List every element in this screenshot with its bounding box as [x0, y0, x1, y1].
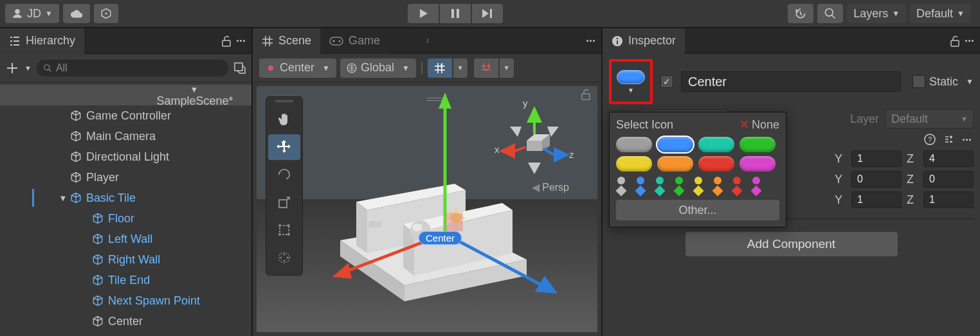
icon-dot[interactable]: [675, 177, 683, 184]
icon-none-button[interactable]: ✕None: [740, 118, 779, 132]
static-checkbox[interactable]: [912, 75, 925, 88]
scene-view[interactable]: Center: [257, 86, 597, 332]
layout-dropdown[interactable]: Default ▼: [910, 4, 971, 23]
lock-overlay-icon[interactable]: [581, 89, 591, 100]
object-label-pill[interactable]: Center: [419, 231, 462, 245]
icon-dot[interactable]: [714, 177, 721, 184]
icon-diamond[interactable]: [674, 186, 685, 197]
hierarchy-item-label: Player: [86, 171, 119, 184]
icon-diamond[interactable]: [655, 186, 666, 197]
search-button[interactable]: [817, 4, 843, 23]
hierarchy-search[interactable]: All: [37, 60, 228, 76]
icon-dot[interactable]: [617, 177, 625, 184]
icon-pill[interactable]: [740, 156, 776, 172]
palette-grip[interactable]: [266, 97, 302, 105]
help-icon[interactable]: ?: [924, 134, 936, 145]
icon-dot[interactable]: [656, 177, 664, 184]
move-tool[interactable]: [268, 134, 300, 160]
icon-dot[interactable]: [733, 177, 741, 184]
panel-menu[interactable]: [586, 40, 595, 42]
icon-diamond[interactable]: [712, 186, 723, 197]
scene-row[interactable]: ▼ SampleScene*: [0, 85, 251, 105]
rotate-tool[interactable]: [268, 162, 300, 188]
svg-point-64: [278, 233, 281, 236]
hierarchy-item[interactable]: Game Controller: [0, 105, 251, 126]
orientation-gizmo[interactable]: y x z: [489, 98, 579, 188]
icon-diamond[interactable]: [732, 186, 743, 197]
foldout-icon[interactable]: ▼: [58, 193, 68, 203]
hierarchy-item[interactable]: ▼Basic Tile: [0, 188, 251, 208]
transform-tool[interactable]: [268, 245, 300, 270]
icon-pill[interactable]: [698, 137, 734, 152]
component-menu[interactable]: [963, 134, 971, 145]
hierarchy-item[interactable]: Tile End: [0, 270, 251, 290]
hierarchy-item[interactable]: Next Spawn Point: [0, 290, 251, 311]
icon-pill[interactable]: [740, 137, 776, 152]
lock-icon[interactable]: [221, 35, 231, 47]
icon-pill[interactable]: [616, 137, 652, 152]
cube-icon: [91, 212, 104, 225]
lock-icon[interactable]: [950, 35, 960, 47]
scale-z[interactable]: 1: [923, 191, 974, 208]
panel-menu[interactable]: [237, 40, 245, 42]
icon-other-button[interactable]: Other...: [616, 200, 779, 220]
game-tab[interactable]: Game: [320, 28, 389, 54]
layer-dropdown[interactable]: Default ▼: [885, 109, 974, 128]
hierarchy-item[interactable]: Main Camera: [0, 126, 251, 146]
icon-pill[interactable]: [616, 156, 652, 172]
icon-dot[interactable]: [752, 177, 760, 184]
hierarchy-item[interactable]: Center: [0, 311, 251, 332]
hierarchy-item[interactable]: Directional Light: [0, 146, 251, 167]
coords-dropdown[interactable]: Global ▼: [340, 58, 416, 78]
pause-button[interactable]: [440, 4, 471, 23]
snap-button[interactable]: [474, 58, 498, 78]
chevron-down-icon[interactable]: ▼: [966, 77, 974, 86]
layers-dropdown[interactable]: Layers ▼: [847, 4, 906, 23]
hierarchy-tab[interactable]: Hierarchy: [0, 28, 84, 54]
hand-tool[interactable]: [268, 107, 300, 132]
history-button[interactable]: [788, 4, 813, 23]
icon-dot[interactable]: [637, 177, 644, 184]
rotation-z[interactable]: 0: [923, 171, 974, 188]
grid-button[interactable]: y: [428, 58, 452, 78]
create-button[interactable]: [5, 61, 19, 75]
hierarchy-item[interactable]: Floor: [0, 208, 251, 229]
active-checkbox[interactable]: [660, 75, 673, 88]
hierarchy-item[interactable]: Left Wall: [0, 229, 251, 249]
icon-diamond[interactable]: [751, 186, 762, 197]
play-button[interactable]: [408, 4, 439, 23]
scene-visibility-button[interactable]: [233, 62, 246, 75]
icon-pill[interactable]: [698, 156, 734, 172]
panel-menu[interactable]: [965, 40, 974, 42]
cloud-button[interactable]: [63, 4, 90, 23]
add-component-button[interactable]: Add Component: [685, 232, 898, 256]
persp-label[interactable]: ◀Persp: [532, 181, 569, 193]
rect-tool[interactable]: [268, 217, 300, 243]
hierarchy-item[interactable]: Player: [0, 167, 251, 188]
icon-diamond[interactable]: [616, 186, 627, 197]
icon-dot[interactable]: [694, 177, 702, 184]
foldout-icon[interactable]: ▼: [189, 85, 199, 94]
account-button[interactable]: JD ▼: [5, 4, 59, 23]
icon-pill[interactable]: [657, 137, 693, 152]
package-button[interactable]: [94, 4, 118, 23]
grid-icon: [262, 35, 273, 47]
position-z[interactable]: 4: [923, 150, 974, 167]
snap-dropdown[interactable]: ▼: [500, 58, 514, 78]
icon-pill[interactable]: [657, 156, 693, 172]
inspector-tab[interactable]: Inspector: [603, 28, 685, 54]
scale-tool[interactable]: [268, 190, 300, 215]
pivot-dropdown[interactable]: Center ▼: [259, 58, 336, 78]
grid-dropdown[interactable]: ▼: [453, 58, 467, 78]
object-name-input[interactable]: Center: [681, 71, 901, 92]
position-y[interactable]: 1: [851, 150, 902, 167]
hierarchy-item[interactable]: Right Wall: [0, 249, 251, 270]
icon-diamond[interactable]: [635, 186, 646, 197]
object-icon-button[interactable]: ▼: [609, 59, 653, 104]
icon-diamond[interactable]: [693, 186, 704, 197]
scene-tab[interactable]: Scene: [253, 28, 320, 54]
scale-y[interactable]: 1: [851, 191, 902, 208]
step-button[interactable]: [472, 4, 503, 23]
rotation-y[interactable]: 0: [851, 171, 902, 188]
preset-icon[interactable]: [943, 134, 955, 145]
